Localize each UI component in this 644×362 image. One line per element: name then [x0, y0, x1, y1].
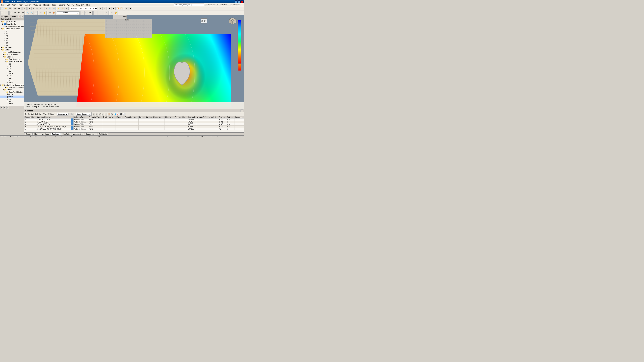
tb-node[interactable]: •	[94, 11, 97, 15]
nav-ux[interactable]: ○ ux	[0, 32, 24, 34]
status-thicknesses[interactable]: Thicknesses	[34, 136, 42, 137]
tb-btn-15[interactable]: ⏪	[116, 7, 120, 10]
tb-btn-14[interactable]: ⏹	[112, 7, 116, 10]
view-3d-button[interactable]: 3D	[10, 11, 13, 15]
nav-uy[interactable]: ○ uy	[0, 34, 24, 37]
menu-tools[interactable]: Tools	[51, 4, 57, 6]
selection-label[interactable]: Selection	[35, 113, 42, 115]
col-thickness[interactable]: Thickness No.	[102, 116, 116, 118]
col-volume[interactable]: Volume [m³]	[196, 116, 208, 118]
tab-solid-sets[interactable]: Solid Sets	[98, 133, 108, 135]
tb-btn-16[interactable]: ⏩	[120, 7, 123, 10]
tb-grid[interactable]: G	[84, 11, 88, 15]
tb-bot-10[interactable]: ⬛	[120, 113, 122, 115]
nav-close-button[interactable]: ✕	[21, 15, 24, 18]
glines-toggle[interactable]: GLINES	[181, 136, 188, 137]
open-button[interactable]: 📂	[4, 7, 8, 10]
surfaces-table-container[interactable]: Surface No. Boundary Lines No. Stiffness…	[24, 116, 244, 132]
tb-bot-2[interactable]: ⊟	[96, 113, 98, 115]
tb-bot-3[interactable]: 🖊	[98, 113, 101, 115]
col-eccentricity[interactable]: Eccentricity No.	[124, 116, 138, 118]
navigator-content[interactable]: ▼ 📁 Type of results ▶ 🔵 Final Results ⚪ …	[0, 20, 24, 106]
osnap-toggle[interactable]: OSNAP	[188, 136, 195, 137]
nav-local-def[interactable]: ▶ 📁 Local Deformations	[0, 51, 24, 53]
table-row[interactable]: 4 4-9,268,37-58,270 Without Thick... Pla…	[24, 123, 244, 125]
tab-member-sets[interactable]: Member Sets	[71, 133, 84, 135]
nav-last[interactable]: ►|	[18, 136, 20, 137]
col-openings[interactable]: Openings No.	[174, 116, 187, 118]
status-line-sets[interactable]: Line Sets	[70, 136, 77, 137]
new-button[interactable]: 📄	[0, 7, 4, 10]
zoom-all-button[interactable]: ⛶	[34, 11, 38, 15]
col-area[interactable]: Area [m²]	[187, 116, 196, 118]
tb-line[interactable]: —	[97, 11, 101, 15]
close-button[interactable]: ✕	[241, 0, 244, 3]
tb-btn-4[interactable]: ⬚	[39, 7, 43, 10]
tb-btn-3[interactable]: ◻	[35, 7, 39, 10]
menu-cad[interactable]: CAD-BIM	[75, 4, 85, 6]
render-button[interactable]: 🎨	[52, 11, 56, 15]
col-options[interactable]: Options	[226, 116, 234, 118]
col-stiffness[interactable]: Stiffness Type	[74, 116, 88, 118]
tb-bot-5[interactable]: ✂	[105, 113, 107, 115]
structure-filter-combo[interactable]: Structure	[57, 113, 68, 116]
loadcase-combo[interactable]: CO2 · LC1 + LC2 + LC3 + LC4	[70, 7, 98, 10]
tb-btn-13[interactable]: ▶	[108, 7, 112, 10]
model-canvas[interactable]	[24, 15, 244, 109]
status-surfaces[interactable]: Surfaces	[59, 136, 65, 137]
tb-color-scale[interactable]: 🌈	[114, 11, 118, 15]
nav-strains[interactable]: ▼ 📁 Strains	[0, 88, 24, 91]
tb-btn-11[interactable]: +	[99, 7, 103, 10]
status-sections[interactable]: Sections	[27, 136, 33, 137]
tb-bot-11[interactable]: ⬜	[123, 113, 126, 115]
col-geometry[interactable]: Geometry Type	[88, 116, 102, 118]
nav-tmax[interactable]: ○ τmax	[0, 72, 24, 74]
nav-py[interactable]: ○ py	[0, 41, 24, 44]
tb-bot-next[interactable]: ►	[72, 113, 74, 115]
col-int-nodes[interactable]: Integrated Objects Nodes No.	[138, 116, 164, 118]
menu-calculate[interactable]: Calculate	[32, 4, 42, 6]
nav-uz[interactable]: ○ uz	[0, 37, 24, 39]
tb-btn-9[interactable]: 📏	[61, 7, 65, 10]
edit-label[interactable]: Edit	[30, 113, 34, 115]
status-members[interactable]: Members	[52, 136, 58, 137]
nav-s1m[interactable]: ○ σ2 +	[0, 65, 24, 67]
nav-internal-forces[interactable]: ▶ 📁 Internal Forces	[0, 53, 24, 56]
nav-members[interactable]: ▶ 📁 Members	[0, 46, 24, 49]
tb-bot-prev[interactable]: ◄	[68, 113, 71, 115]
nav-exy-p[interactable]: ○ εxy +	[0, 103, 24, 105]
nav-u[interactable]: ○ u	[0, 30, 24, 32]
bgrid-toggle[interactable]: BGRID	[174, 136, 180, 137]
basic-objects-combo[interactable]: Basic Objects	[76, 113, 91, 116]
nav-s2m[interactable]: ○ σ2 -	[0, 70, 24, 72]
zoom-out-button[interactable]: 🔍-	[30, 11, 34, 15]
col-position[interactable]: Position	[218, 116, 226, 118]
tb-bot-4[interactable]: 🗑	[102, 113, 104, 115]
tb-btn-7[interactable]: 🔎	[52, 7, 56, 10]
nav-stresses[interactable]: ▼ 📁 Stresses	[0, 56, 24, 58]
status-solid-sets[interactable]: Solid Sets	[96, 136, 103, 137]
redo-button[interactable]: ↪	[17, 7, 21, 10]
menu-view[interactable]: View	[11, 4, 17, 6]
nav-bottom-btn1[interactable]: ⊞	[0, 106, 3, 109]
nav-next[interactable]: ►	[14, 136, 17, 137]
nav-exx-m[interactable]: ○ εxx -	[0, 98, 24, 100]
menu-insert[interactable]: Insert	[18, 4, 24, 6]
col-surface-no[interactable]: Surface No.	[24, 116, 36, 118]
maximize-button[interactable]: □	[238, 0, 240, 3]
zoom-in-button[interactable]: 🔍+	[26, 11, 30, 15]
snap-toggle[interactable]: SNAP	[162, 136, 168, 137]
tb-btn-8[interactable]: 📐	[57, 7, 61, 10]
pan-button[interactable]: ✋	[43, 11, 46, 15]
tb-surface[interactable]: ▪	[101, 11, 105, 15]
settings-label[interactable]: Settings	[48, 113, 55, 115]
status-member-sets[interactable]: Member Sets	[78, 136, 86, 137]
col-mass[interactable]: Mass M [t]	[208, 116, 218, 118]
rotate-button[interactable]: ↻	[39, 11, 43, 15]
col-boundary[interactable]: Boundary Lines No.	[36, 116, 71, 118]
tb-btn-6[interactable]: 🔍	[48, 7, 52, 10]
tb-btn-17[interactable]: ✓	[125, 7, 128, 10]
tb-bot-7[interactable]: 🔍	[111, 113, 113, 115]
col-int-lines[interactable]: Lines No.	[164, 116, 174, 118]
nav-equiv-stresses[interactable]: ▶ 📁 Equivalent Stresses	[0, 86, 24, 88]
